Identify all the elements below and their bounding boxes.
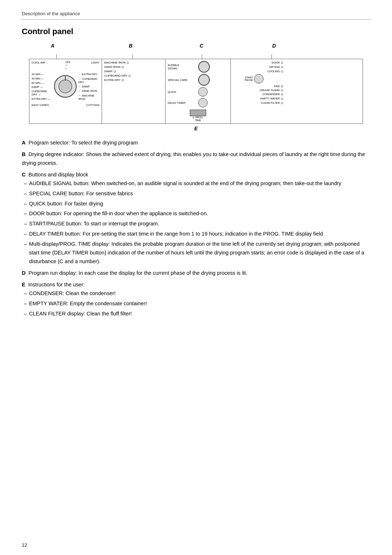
- prog-time-area: ⊙ PROG. TIME: [168, 110, 228, 122]
- desc-c-door: DOOR button: For opening the fill-in doo…: [22, 209, 370, 218]
- door-row: DOOR: [233, 61, 283, 64]
- b-machine-iron: MACHINE IRON: [104, 61, 163, 64]
- desc-e-empty-water: EMPTY WATER: Empty the condensate contai…: [22, 299, 370, 308]
- dial-row: 20 MIN — 40 MIN — 60 MIN — DAMP — CUPBOA…: [32, 71, 99, 102]
- crease-guard-led: [281, 89, 283, 91]
- easy-cares-label: EASY CARES: [32, 103, 49, 107]
- prog-time-display: [190, 110, 206, 116]
- page-header: Description of the appliance: [22, 11, 370, 20]
- control-panel-diagram: A B C D COOL AIR OFF○• LIGHT: [22, 43, 370, 131]
- b-extra-dry: EXTRA DRY: [104, 78, 163, 82]
- desc-a: A Program selector: To select the drying…: [22, 139, 370, 147]
- sa-top-row: COOL AIR OFF○• LIGHT: [32, 61, 99, 70]
- desc-b: B Drying degree indicator: Shows the ach…: [22, 150, 370, 168]
- col-label-b: B: [129, 43, 132, 49]
- off-indicator: OFF○•: [65, 61, 70, 70]
- sa-bottom-labels: EASY CARES COTTONS: [32, 103, 99, 107]
- page-number: 12: [22, 542, 27, 548]
- hand-iron-led: [122, 66, 124, 68]
- delay-timer-row: DELAY TIMER: [168, 98, 228, 107]
- section-c-buttons: AUDIBLE SIGNAL SPECIAL CARE QUICK: [166, 59, 231, 123]
- desc-c-multi-display: Multi-display/PROG. TIME display: Indica…: [22, 240, 370, 266]
- desc-c-quick: QUICK button: For faster drying: [22, 200, 370, 208]
- desc-c-audible: AUDIBLE SIGNAL button: When switched-on,…: [22, 179, 370, 188]
- svg-point-1: [59, 80, 72, 93]
- col-label-d: D: [272, 43, 276, 49]
- quick-row: QUICK: [168, 87, 228, 97]
- content-descriptions: A Program selector: To select the drying…: [22, 139, 370, 318]
- special-care-button[interactable]: [198, 74, 210, 86]
- damp-led: [114, 70, 116, 73]
- special-care-row: SPECIAL CARE: [168, 74, 228, 86]
- extra-dry-led: [122, 79, 124, 81]
- column-labels-row: A B C D: [22, 43, 370, 54]
- end-row: END: [233, 85, 283, 88]
- crease-guard-row: CREASE GUARD: [233, 89, 283, 91]
- drying-row: DRYING: [233, 65, 283, 69]
- audible-signal-row: AUDIBLE SIGNAL: [168, 61, 228, 73]
- main-panel: COOL AIR OFF○• LIGHT 20 MIN — 40 MIN — 6…: [29, 59, 363, 124]
- desc-c: C Buttons and display block AUDIBLE SIGN…: [22, 171, 370, 266]
- b-damp: DAMP: [104, 70, 163, 73]
- desc-e-clean-filter: CLEAN FILTER display: Clean the fluff fi…: [22, 310, 370, 318]
- clean-filter-row: CLEAN FILTER: [233, 101, 283, 105]
- b-cupboard-dry: CUPBOARD DRY: [104, 74, 163, 77]
- cooling-row: COOLING: [233, 70, 283, 73]
- clean-filter-led: [281, 102, 283, 104]
- col-label-c: C: [200, 43, 203, 49]
- desc-c-delay-timer: DELAY TIMER button: For pre-setting the …: [22, 230, 370, 238]
- desc-e: E Instructions for the user: CONDENSER: …: [22, 281, 370, 318]
- dial-left-labels: 20 MIN — 40 MIN — 60 MIN — DAMP — CUPBOA…: [32, 72, 53, 101]
- col-label-a: A: [51, 43, 54, 49]
- empty-water-led: [281, 98, 283, 100]
- tick-lines: [29, 54, 363, 59]
- section-title: Control panel: [22, 27, 370, 36]
- row-e-label: E: [22, 126, 370, 131]
- desc-c-start-pause: START/PAUSE button: To start or interrup…: [22, 220, 370, 228]
- quick-button[interactable]: [198, 87, 208, 97]
- cupboard-dry-led: [128, 75, 131, 77]
- drying-led: [281, 66, 283, 68]
- cooling-led: [281, 70, 283, 73]
- machine-iron-led: [127, 62, 129, 64]
- empty-water-row: EMPTY WATER: [233, 97, 283, 100]
- program-selector-dial[interactable]: [54, 71, 77, 102]
- prog-time-label: ⊙ PROG. TIME: [192, 116, 204, 122]
- start-pause-row: START PAUSE: [233, 74, 283, 83]
- dial-right-labels: ← EXTRA DRY ← CUPBOARD DRY ← DAMP ← HAND…: [78, 72, 99, 101]
- cottons-label: COTTONS: [86, 103, 99, 107]
- section-b-drying-degree: MACHINE IRON HAND IRON DAMP CUPBOARD DRY…: [102, 59, 166, 123]
- end-led: [281, 85, 283, 87]
- door-led: [281, 62, 283, 64]
- audible-signal-button[interactable]: [198, 61, 210, 73]
- section-a-program-selector: COOL AIR OFF○• LIGHT 20 MIN — 40 MIN — 6…: [29, 59, 102, 123]
- delay-timer-button[interactable]: [198, 98, 208, 107]
- desc-c-special-care: SPECIAL CARE button: For sensitive fabri…: [22, 189, 370, 198]
- desc-e-condenser: CONDENSER: Clean the condenser!: [22, 289, 370, 298]
- section-d-program-run: DOOR DRYING COOLING START PAUSE: [231, 59, 285, 123]
- light-label: LIGHT: [91, 61, 99, 70]
- condenser-row: CONDENSER: [233, 93, 283, 96]
- start-pause-button[interactable]: [254, 74, 264, 83]
- cool-air-label: COOL AIR: [32, 61, 45, 70]
- b-hand-iron: HAND IRON: [104, 65, 163, 69]
- desc-d: D Program run display: In each case the …: [22, 269, 370, 278]
- condenser-led: [281, 93, 283, 95]
